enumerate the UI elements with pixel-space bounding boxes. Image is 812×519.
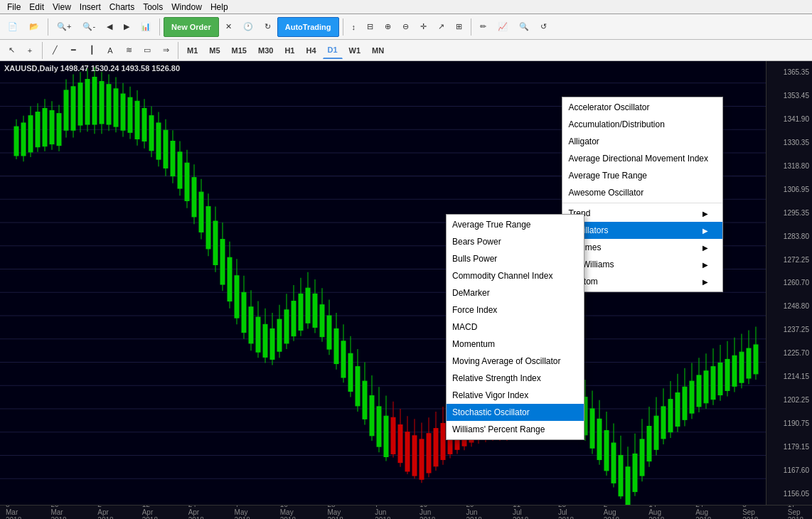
indicator-list-btn[interactable]: 📈	[493, 17, 513, 37]
price-1: 1365.35	[769, 68, 809, 76]
sep3	[343, 18, 343, 36]
tf-mn[interactable]: MN	[367, 42, 389, 59]
menu-item-billwilliams[interactable]: Bill Williams ▶	[562, 256, 722, 273]
draw-btn[interactable]: ✏	[475, 17, 491, 37]
price-2: 1353.45	[769, 92, 809, 100]
tf-m5[interactable]: M5	[204, 42, 225, 59]
volumes-arrow: ▶	[703, 244, 708, 252]
zoom-out-btn[interactable]: 🔍-	[78, 17, 100, 37]
new-order-btn[interactable]: New Order	[164, 17, 219, 37]
vline-btn[interactable]: ┃	[83, 42, 100, 59]
menu-item-custom[interactable]: Custom ▶	[562, 273, 722, 290]
line-btn[interactable]: ╱	[46, 42, 63, 59]
close-order-btn[interactable]: ✕	[220, 17, 237, 37]
menu-item-accelerator[interactable]: Accelerator Oscillator	[562, 99, 722, 116]
date-9: 7 Jun 2018	[375, 505, 391, 519]
tf-m1[interactable]: M1	[182, 42, 203, 59]
osc-rsi[interactable]: Relative Strength Index	[447, 370, 584, 387]
price-6: 1306.95	[769, 186, 809, 193]
menu-window[interactable]: Window	[167, 1, 206, 14]
chart-area[interactable]: XAUUSD,Daily 1498.47 1530.24 1493.58 152…	[0, 61, 812, 505]
osc-bears-power[interactable]: Bears Power	[447, 233, 584, 250]
tf-h4[interactable]: H4	[301, 42, 321, 59]
crosshair-btn[interactable]: ✛	[415, 17, 432, 37]
indicators-btn[interactable]: ↕	[347, 17, 361, 37]
scroll-left-btn[interactable]: ◀	[102, 17, 117, 37]
menu-view[interactable]: View	[48, 1, 75, 14]
price-17: 1179.15	[769, 443, 809, 451]
menu-item-trend[interactable]: Trend ▶	[562, 205, 722, 222]
osc-mao[interactable]: Moving Average of Oscillator	[447, 353, 584, 370]
menu-charts[interactable]: Charts	[105, 1, 139, 14]
menu-edit[interactable]: Edit	[25, 1, 48, 14]
menu-item-atr[interactable]: Average True Range	[562, 167, 722, 184]
osc-macd[interactable]: MACD	[447, 319, 584, 336]
price-16: 1190.75	[769, 419, 809, 427]
price-5: 1318.80	[769, 162, 809, 170]
plus-btn[interactable]: +	[21, 42, 38, 59]
zoom-chart-out-btn[interactable]: ⊖	[397, 17, 414, 37]
sep2	[159, 18, 160, 36]
price-4: 1330.35	[769, 139, 809, 146]
chart-btn[interactable]: 📊	[136, 17, 156, 37]
main-toolbar: 📄 📂 🔍+ 🔍- ◀ ▶ 📊 New Order ✕ 🕐 ↻ AutoTrad…	[0, 14, 812, 40]
price-19: 1156.05	[769, 490, 809, 498]
price-9: 1272.25	[769, 256, 809, 264]
new-chart-btn[interactable]: 📄	[3, 17, 23, 37]
menu-item-oscillators[interactable]: Oscillators ▶	[562, 222, 722, 239]
menu-item-alligator[interactable]: Alligator	[562, 133, 722, 150]
open-btn[interactable]: 📂	[24, 17, 44, 37]
tf-h1[interactable]: H1	[279, 42, 299, 59]
refresh-btn[interactable]: ↻	[260, 17, 276, 37]
date-14: 2 Aug 2018	[604, 505, 620, 519]
hline-btn[interactable]: ━	[65, 42, 82, 59]
zoom-in-btn[interactable]: 🔍+	[52, 17, 76, 37]
menu-help[interactable]: Help	[206, 1, 233, 14]
menu-item-accumulation[interactable]: Accumulation/Distribution	[562, 116, 722, 133]
zoom-chart-btn[interactable]: ⊕	[380, 17, 396, 37]
period-sep-btn[interactable]: ⊟	[362, 17, 378, 37]
osc-cci[interactable]: Commodity Channel Index	[447, 267, 584, 284]
osc-momentum[interactable]: Momentum	[447, 336, 584, 353]
refresh2-btn[interactable]: ↺	[535, 17, 552, 37]
search-btn[interactable]: 🔍	[514, 17, 534, 37]
menu-item-adx[interactable]: Average Directional Movement Index	[562, 150, 722, 167]
menu-insert[interactable]: Insert	[75, 1, 105, 14]
auto-trading-btn[interactable]: AutoTrading	[277, 17, 339, 37]
osc-bulls-power[interactable]: Bulls Power	[447, 250, 584, 267]
oscillators-submenu: Average True Range Bears Power Bulls Pow…	[446, 214, 584, 440]
tf-d1[interactable]: D1	[323, 42, 343, 59]
text-btn[interactable]: A	[102, 42, 119, 59]
sep1	[48, 18, 48, 36]
price-13: 1225.70	[769, 349, 809, 357]
fib-btn[interactable]: ≋	[120, 42, 137, 59]
sep5	[42, 42, 43, 59]
custom-arrow: ▶	[703, 278, 708, 286]
osc-rvi[interactable]: Relative Vigor Index	[447, 387, 584, 404]
cursor2-btn[interactable]: ↖	[3, 42, 20, 59]
osc-atr[interactable]: Average True Range	[447, 216, 584, 233]
price-18: 1167.60	[769, 466, 809, 474]
tf-w1[interactable]: W1	[344, 42, 366, 59]
menu-item-awesome[interactable]: Awesome Oscillator	[562, 184, 722, 201]
osc-force-index[interactable]: Force Index	[447, 301, 584, 319]
osc-demarker[interactable]: DeMarker	[447, 284, 584, 301]
date-bar: 8 Mar 2018 20 Mar 2018 2 Apr 2018 12 Apr…	[0, 505, 812, 519]
menu-tools[interactable]: Tools	[139, 1, 167, 14]
tf-m30[interactable]: M30	[253, 42, 278, 59]
menu-file[interactable]: File	[3, 1, 25, 14]
arrow-btn[interactable]: ⇒	[157, 42, 174, 59]
price-7: 1295.35	[769, 209, 809, 217]
rect-btn[interactable]: ▭	[139, 42, 156, 59]
tf-m15[interactable]: M15	[227, 42, 252, 59]
cursor-btn[interactable]: ↗	[433, 17, 449, 37]
menu-item-volumes[interactable]: Volumes ▶	[562, 239, 722, 256]
scroll-right-btn[interactable]: ▶	[119, 17, 134, 37]
history-btn[interactable]: 🕐	[238, 17, 258, 37]
price-8: 1283.80	[769, 232, 809, 240]
date-2: 20 Mar 2018	[50, 505, 69, 519]
osc-williams[interactable]: Williams' Percent Range	[447, 421, 584, 438]
grid-btn[interactable]: ⊞	[451, 17, 467, 37]
osc-stochastic[interactable]: Stochastic Oscillator	[447, 404, 584, 421]
date-1: 8 Mar 2018	[6, 505, 22, 519]
